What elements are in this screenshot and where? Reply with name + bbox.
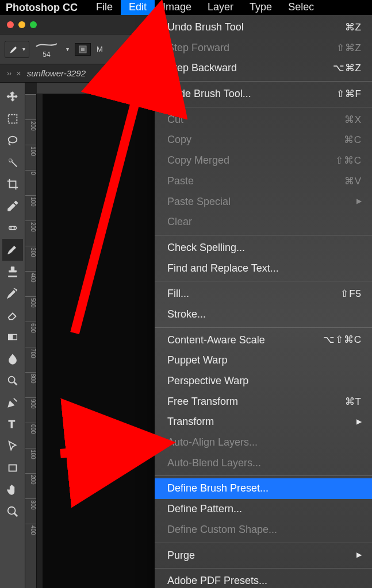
menu-item-define-brush-preset[interactable]: Define Brush Preset... [155,478,372,499]
menu-item-label: Purge [167,547,195,564]
menu-item-label: Step Forward [167,40,229,57]
collapse-icon[interactable]: ›› [7,69,11,78]
svg-point-3 [8,137,17,143]
minimize-window-button[interactable] [18,21,25,28]
menu-shortcut: ⌥⌘Z [333,60,362,76]
menu-item-label: Auto-Blend Layers... [167,455,261,472]
menu-item-label: Define Pattern... [167,501,242,518]
menu-item-define-custom-shape: Define Custom Shape... [155,520,372,540]
menu-item-label: Fill... [167,285,189,303]
menu-image[interactable]: Image [155,0,200,15]
menu-shortcut: ⌘Z [345,20,362,36]
svg-rect-2 [8,115,17,123]
menu-item-label: Cut [167,111,183,129]
menu-item-undo-brush-tool[interactable]: Undo Brush Tool⌘Z [155,17,372,38]
chevron-down-icon: ▾ [22,46,25,52]
menu-item-cut: Cut⌘X [155,110,372,130]
menu-item-auto-blend-layers: Auto-Blend Layers... [155,453,372,474]
chevron-down-icon: ▾ [66,46,69,52]
menu-select[interactable]: Selec [280,0,322,15]
brush-preset-picker[interactable]: 54 [35,41,58,58]
tool-crop[interactable] [2,173,23,195]
menu-item-free-transform[interactable]: Free Transform⌘T [155,392,372,412]
zoom-window-button[interactable] [30,21,37,28]
tool-pen[interactable] [2,392,23,413]
menu-item-puppet-warp[interactable]: Puppet Warp [155,350,372,371]
tool-eyedropper[interactable] [2,195,23,217]
menu-item-fill[interactable]: Fill...⇧F5 [155,284,372,304]
menu-shortcut: ⌘X [344,112,362,128]
tool-history-brush[interactable] [2,283,23,304]
menu-item-step-backward[interactable]: Step Backward⌥⌘Z [155,58,372,79]
menu-item-paste: Paste⌘V [155,171,372,192]
tool-path-selection[interactable] [2,435,23,457]
tool-move[interactable] [2,86,23,108]
toolbox: T [0,83,25,588]
svg-point-6 [10,227,11,229]
menu-layer[interactable]: Layer [200,0,241,15]
document-tab[interactable]: sunflower-3292 [27,68,86,78]
menu-item-define-pattern[interactable]: Define Pattern... [155,499,372,520]
tool-gradient[interactable] [2,326,23,348]
ruler-vertical[interactable]: 2001000100200300400500600700800900000100… [25,94,37,588]
menu-item-label: Check Spelling... [167,239,245,257]
svg-point-13 [7,507,15,514]
menu-edit[interactable]: Edit [121,0,155,15]
menu-item-label: Perspective Warp [167,373,248,390]
menu-item-perspective-warp[interactable]: Perspective Warp [155,371,372,392]
menu-item-copy-merged: Copy Merged⇧⌘C [155,150,372,171]
tool-preset-picker[interactable]: ▾ [5,41,29,58]
app-name: Photoshop CC [6,2,78,14]
svg-text:T: T [8,418,14,430]
menu-item-label: Clear [167,214,192,231]
brush-size-label: 54 [43,51,50,58]
menu-item-copy: Copy⌘C [155,130,372,150]
close-window-button[interactable] [7,21,14,28]
tool-lasso[interactable] [2,130,23,152]
close-tab-button[interactable]: × [16,68,21,78]
menu-item-label: Undo Brush Tool [167,19,244,36]
tool-hand[interactable] [2,479,23,501]
svg-rect-9 [8,334,12,339]
tool-brush[interactable] [2,239,23,261]
menu-item-step-forward: Step Forward⇧⌘Z [155,38,372,59]
menu-item-label: Fade Brush Tool... [167,86,251,103]
svg-point-7 [13,227,14,229]
tool-rectangle[interactable] [2,457,23,479]
menu-item-stroke[interactable]: Stroke... [155,304,372,325]
menu-item-transform[interactable]: Transform▶ [155,412,372,432]
menu-shortcut: ⌘V [344,173,362,189]
mac-menubar: Photoshop CC File Edit Image Layer Type … [0,0,372,15]
menu-item-fade-brush-tool[interactable]: Fade Brush Tool...⇧⌘F [155,84,372,105]
menu-item-label: Paste [167,173,194,190]
menu-item-check-spelling[interactable]: Check Spelling... [155,238,372,258]
menu-file[interactable]: File [88,0,121,15]
tool-healing-brush[interactable] [2,217,23,239]
tool-zoom[interactable] [2,501,23,523]
menu-type[interactable]: Type [241,0,280,15]
menu-item-label: Define Custom Shape... [167,521,277,539]
tool-type[interactable]: T [2,413,23,435]
menu-item-label: Define Brush Preset... [167,480,269,497]
mode-label-cut: M [97,45,103,53]
tool-blur[interactable] [2,348,23,370]
menu-item-purge[interactable]: Purge▶ [155,546,372,566]
tool-stamp[interactable] [2,261,23,283]
menu-item-adobe-pdf-presets[interactable]: Adobe PDF Presets... [155,571,372,588]
menu-item-content-aware-scale[interactable]: Content-Aware Scale⌥⇧⌘C [155,330,372,351]
tool-marquee[interactable] [2,108,23,130]
menu-item-label: Puppet Warp [167,352,227,369]
menu-shortcut: ⇧⌘C [335,153,362,169]
menu-item-label: Copy [167,131,191,149]
menu-item-find-and-replace-text[interactable]: Find and Replace Text... [155,258,372,279]
menu-shortcut: ⇧⌘Z [336,40,362,56]
menu-item-paste-special: Paste Special▶ [155,192,372,212]
submenu-arrow-icon: ▶ [356,416,362,428]
menu-item-label: Paste Special [167,194,231,211]
tool-dodge[interactable] [2,370,23,392]
brush-panel-toggle[interactable] [75,43,91,56]
menu-shortcut: ⇧F5 [340,286,362,302]
menu-item-label: Free Transform [167,393,238,411]
tool-magic-wand[interactable] [2,152,23,173]
tool-eraser[interactable] [2,304,23,326]
